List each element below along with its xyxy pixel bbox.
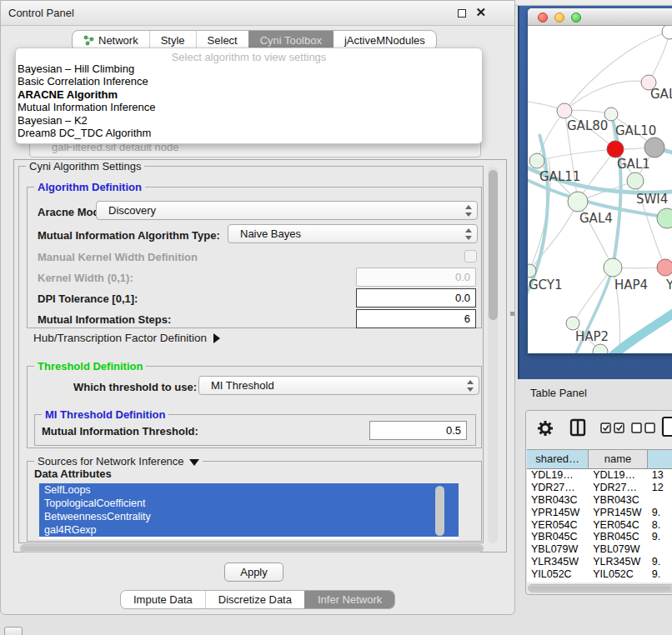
splitter-handle[interactable] — [510, 312, 514, 316]
network-node-gal1[interactable] — [607, 141, 624, 158]
control-panel-titlebar: Control Panel ✕ — [1, 1, 514, 26]
table-row[interactable]: YDL19…YDL19…13 — [527, 469, 672, 482]
document-icon[interactable] — [661, 416, 672, 438]
close-light-icon[interactable] — [538, 12, 548, 22]
control-panel-window: Control Panel ✕ NetworkStyleSelectCyni T… — [0, 0, 515, 615]
network-edge[interactable] — [649, 32, 669, 82]
aracne-mode-combo[interactable]: Discovery — [96, 201, 478, 220]
dpi-tolerance-field[interactable]: 0.0 — [356, 288, 476, 308]
algorithm-option-bayesian-hill-climbing[interactable]: Bayesian – Hill Climbing — [16, 62, 482, 75]
float-window-icon[interactable] — [458, 9, 466, 18]
mi-threshold-label: Mutual Information Threshold: — [42, 425, 198, 438]
network-node-gal11[interactable] — [529, 153, 544, 168]
node-label-y: Y — [665, 278, 672, 292]
network-node-gal4[interactable] — [568, 192, 588, 212]
unchecked-pair-icon[interactable] — [631, 422, 656, 433]
column-header-shared[interactable]: shared… — [527, 450, 589, 468]
attribute-list-scrollbar[interactable] — [435, 486, 444, 536]
table-row[interactable]: YBR043CYBR043C — [527, 494, 672, 507]
attribute-item-topologicalcoefficient[interactable]: TopologicalCoefficient — [39, 497, 459, 510]
table-row[interactable]: YER054CYER054C8. — [527, 519, 672, 532]
table-cell: YPR145W — [527, 507, 589, 519]
table-hscroll-thumb[interactable] — [529, 586, 671, 591]
which-threshold-combo[interactable]: MI Threshold — [198, 376, 479, 395]
table-cell: YBL079W — [589, 543, 648, 556]
algorithm-option-mutual-information-inference[interactable]: Mutual Information Inference — [16, 101, 482, 113]
network-edge[interactable] — [537, 149, 615, 161]
network-view-window[interactable]: GALGAL80GAL10GAL1GAL11SWI4GAL4GCY1HAP4YH… — [528, 8, 672, 353]
which-threshold-value: MI Threshold — [211, 379, 274, 392]
node-label-gcy1: GCY1 — [529, 278, 563, 292]
screen: Control Panel ✕ NetworkStyleSelectCyni T… — [0, 0, 672, 635]
network-node[interactable] — [662, 26, 672, 39]
algorithm-option-basic-correlation-inference[interactable]: Basic Correlation Inference — [16, 75, 482, 88]
settings-horizontal-scrollbar[interactable] — [20, 544, 484, 552]
close-window-icon[interactable]: ✕ — [475, 5, 486, 20]
algorithm-option-dream8-dc-tdc-algorithm[interactable]: Dream8 DC_TDC Algorithm — [16, 127, 482, 139]
table-cell: YBR043C — [589, 494, 648, 507]
mi-threshold-title: MI Threshold Definition — [42, 408, 168, 421]
column-header-name[interactable]: name — [589, 450, 648, 468]
network-edge[interactable] — [607, 309, 672, 353]
tab-impute-data[interactable]: Impute Data — [121, 591, 205, 608]
network-node-hap2[interactable] — [566, 317, 579, 330]
network-icon — [83, 35, 94, 46]
column-header-2[interactable] — [648, 450, 672, 468]
apply-button[interactable]: Apply — [224, 562, 283, 582]
table-horizontal-scrollbar[interactable] — [528, 584, 672, 592]
attribute-item-betweennesscentrality[interactable]: BetweennessCentrality — [39, 510, 459, 523]
network-node-y[interactable] — [657, 259, 672, 276]
table-row[interactable]: YIL052CYIL052C9. — [527, 568, 672, 581]
table-row[interactable]: YPR145WYPR145W9. — [527, 507, 672, 519]
columns-icon[interactable] — [569, 418, 586, 437]
table-row[interactable]: YBL079WYBL079W — [527, 543, 672, 556]
network-window-titlebar[interactable] — [528, 8, 672, 26]
settings-vscroll-thumb[interactable] — [489, 170, 498, 320]
tab-infer-network[interactable]: Infer Network — [304, 591, 394, 608]
gear-icon[interactable] — [536, 419, 554, 438]
algorithm-option-bayesian-k2[interactable]: Bayesian – K2 — [16, 114, 482, 127]
network-node-hap4[interactable] — [604, 258, 622, 277]
expand-right-icon — [213, 333, 220, 343]
data-attributes-list[interactable]: SelfLoopsTopologicalCoefficientBetweenne… — [39, 483, 459, 539]
attribute-item-gal4rgexp[interactable]: gal4RGexp — [39, 523, 459, 537]
algorithm-option-aracne-algorithm[interactable]: ARACNE Algorithm — [16, 88, 482, 101]
node-label-gal1: GAL1 — [617, 157, 650, 172]
aracne-mode-value: Discovery — [108, 204, 156, 217]
settings-vertical-scrollbar[interactable] — [488, 167, 498, 543]
right-top-strip — [515, 0, 672, 6]
manual-kernel-checkbox[interactable] — [464, 250, 477, 262]
network-node-swi4[interactable] — [627, 172, 644, 189]
network-node[interactable] — [644, 138, 664, 158]
checked-pair-icon[interactable] — [600, 422, 625, 433]
sources-groupbox: Sources for Network Inference Data Attri… — [27, 461, 482, 542]
table-cell: YLR345W — [527, 556, 589, 568]
mi-threshold-field[interactable]: 0.5 — [369, 421, 467, 440]
attribute-item-selfloops[interactable]: SelfLoops — [39, 483, 459, 497]
network-node[interactable] — [657, 208, 672, 228]
table-row[interactable]: YLR345WYLR345W9. — [527, 556, 672, 568]
network-node-gal80[interactable] — [557, 103, 572, 118]
node-table[interactable]: shared…name YDL19…YDL19…13YDR27…YDR27…12… — [527, 449, 672, 582]
mi-steps-field[interactable]: 6 — [356, 309, 476, 328]
network-edge[interactable] — [529, 202, 578, 271]
mi-type-combo[interactable]: Naive Bayes — [228, 224, 478, 243]
combo-arrows-icon — [466, 380, 474, 392]
kernel-width-field[interactable]: 0.0 — [356, 268, 476, 287]
combo-arrows-icon — [464, 228, 472, 240]
minimize-light-icon[interactable] — [554, 12, 564, 22]
table-cell — [648, 543, 672, 556]
network-canvas[interactable]: GALGAL80GAL10GAL1GAL11SWI4GAL4GCY1HAP4YH… — [528, 26, 672, 353]
tab-discretize-data[interactable]: Discretize Data — [205, 591, 304, 608]
hub-definition-toggle[interactable]: Hub/Transcription Factor Definition — [33, 332, 220, 344]
zoom-light-icon[interactable] — [571, 12, 581, 22]
table-row[interactable]: YDR27…YDR27…12 — [527, 482, 672, 494]
hub-definition-label: Hub/Transcription Factor Definition — [33, 332, 207, 344]
bottom-left-button[interactable] — [4, 627, 23, 635]
table-row[interactable]: YBR045CYBR045C9. — [527, 531, 672, 543]
settings-hscroll-thumb[interactable] — [22, 546, 482, 551]
kernel-width-label: Kernel Width (0,1): — [38, 272, 133, 284]
node-label-gal80: GAL80 — [567, 118, 608, 133]
sources-title[interactable]: Sources for Network Inference — [34, 455, 203, 468]
table-cell: YER054C — [527, 519, 589, 532]
